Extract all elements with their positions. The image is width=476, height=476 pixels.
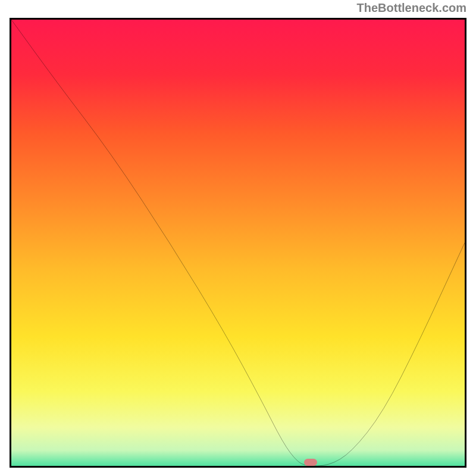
optimal-marker: [304, 459, 317, 466]
bottleneck-curve: [11, 20, 465, 466]
attribution-text: TheBottleneck.com: [357, 1, 466, 15]
plot-area: [10, 18, 466, 468]
